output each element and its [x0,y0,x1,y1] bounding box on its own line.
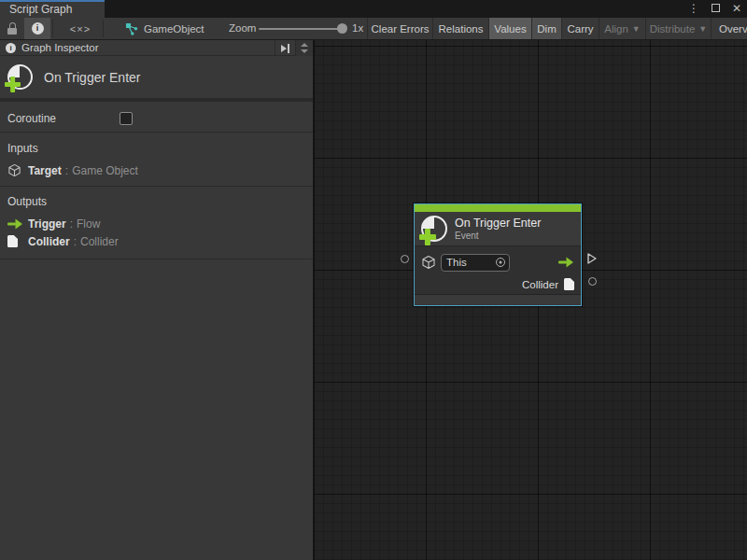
inputs-header: Inputs [7,142,313,155]
zoom-value: 1x [352,18,363,39]
chevron-up-icon [301,43,308,47]
graph-target-label: GameObject [144,23,204,35]
dock-panel-button[interactable] [275,40,295,56]
node-title: On Trigger Enter [455,217,541,230]
relations-button[interactable]: Relations [432,18,488,39]
node-subtitle: Event [455,231,541,242]
lock-button[interactable] [0,18,24,39]
toolbar-separator [52,20,53,37]
toolbar-separator [103,20,104,37]
clear-errors-button[interactable]: Clear Errors [367,18,432,39]
window-controls: ⋮ ✕ [687,0,743,18]
carry-button[interactable]: Carry [561,18,599,39]
io-row-target: Target : Game Object [7,161,313,179]
maximize-icon[interactable] [709,0,722,18]
node-color-bar [415,204,581,212]
toolbar-button-group: Clear Errors Relations Values Dim Carry … [367,18,747,39]
inputs-section: Inputs Target : Game Object [0,133,313,187]
flow-arrow-icon [7,218,23,230]
graph-target-button[interactable]: GameObject [125,18,204,39]
graph-inspector-panel: i Graph Inspector On Trigger En [0,40,314,560]
graph-title-block: On Trigger Enter [0,56,313,102]
close-icon[interactable]: ✕ [730,0,743,18]
unit-title: On Trigger Enter [44,70,141,85]
zoom-slider[interactable] [259,28,341,30]
zoom-slider-handle[interactable] [337,23,347,34]
document-icon [7,235,23,247]
coroutine-checkbox[interactable] [120,112,133,125]
graph-inspector-title: Graph Inspector [21,42,98,53]
chevron-down-icon: ▼ [698,24,707,34]
io-row-trigger: Trigger : Flow [7,215,313,232]
inspector-toggle-button[interactable]: i [24,18,50,39]
target-object-field[interactable]: This [441,254,510,272]
target-input-row: This [415,250,581,274]
values-button[interactable]: Values [488,18,531,39]
cube-icon [421,255,436,270]
lock-icon [7,22,17,35]
flow-arrow-icon [558,257,574,268]
coroutine-row: Coroutine [0,105,313,133]
trigger-output-port[interactable] [586,252,598,268]
tab-label: Script Graph [9,3,72,16]
tab-bar: Script Graph ⋮ ✕ [0,0,747,18]
toolbar: i <×> GameObject Zoom 1x Clear Errors Re… [0,18,747,40]
document-icon [564,278,574,290]
chevron-down-icon [301,49,308,53]
menu-kebab-icon[interactable]: ⋮ [687,0,700,18]
cube-icon [7,163,23,177]
io-row-collider: Collider : Collider [7,232,313,250]
dock-icon [281,45,287,52]
info-icon: i [6,43,16,53]
target-input-port[interactable] [401,255,409,263]
outputs-header: Outputs [7,195,313,208]
outputs-section: Outputs Trigger : Flow Collider : Co [0,187,313,259]
script-graph-icon [125,22,138,35]
dim-button[interactable]: Dim [531,18,561,39]
script-graph-window: Script Graph ⋮ ✕ i <×> [0,0,747,560]
event-icon [7,64,33,90]
node-header: On Trigger Enter Event [415,212,581,246]
chevron-down-icon: ▼ [632,24,641,34]
collider-output-port[interactable] [588,277,597,286]
graph-canvas[interactable]: On Trigger Enter Event This [314,40,747,560]
zoom-label: Zoom [229,18,256,39]
panel-scrubber[interactable] [295,40,313,56]
collider-output-label: Collider [522,279,558,290]
node-footer [415,294,581,303]
collider-output-row: Collider [415,274,581,294]
overview-button[interactable]: Overv [711,18,747,39]
object-picker-icon[interactable] [496,258,505,267]
flow-port-icon [586,252,598,265]
node-body: This Collider [415,246,581,294]
coroutine-label: Coroutine [7,112,56,125]
distribute-button[interactable]: Distribute ▼ [645,18,711,39]
graph-inspector-header: i Graph Inspector [0,40,313,56]
code-view-button[interactable]: <×> [58,18,103,39]
on-trigger-enter-node[interactable]: On Trigger Enter Event This [414,203,582,306]
align-button[interactable]: Align ▼ [599,18,645,39]
info-icon: i [32,22,44,35]
target-object-value: This [446,257,496,268]
tab-script-graph[interactable]: Script Graph [0,0,105,18]
event-icon [421,216,447,242]
